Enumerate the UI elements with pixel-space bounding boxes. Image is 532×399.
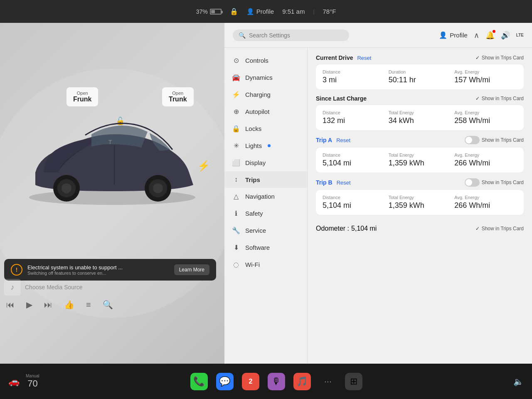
menu-item-display[interactable]: ⬜ Display xyxy=(224,154,307,171)
trip-b-section: Trip B Reset Show in Trips Card Distance… xyxy=(316,178,524,215)
lte-badge: LTE xyxy=(516,33,524,37)
slc-distance-label: Distance xyxy=(323,110,385,115)
current-drive-show-trips: ✓ Show in Trips Card xyxy=(475,55,524,61)
odometer-text: Odometer : 5,104 mi xyxy=(316,225,377,232)
slc-avg-energy: Avg. Energy 258 Wh/mi xyxy=(454,110,517,125)
audio-button[interactable]: 🔊 xyxy=(501,31,510,40)
divider: | xyxy=(313,9,314,15)
battery-indicator: 37% xyxy=(196,8,222,15)
current-drive-stats-card: Distance 3 mi Duration 50:11 hr Avg. Ene… xyxy=(316,64,524,89)
bell-button[interactable]: 🔔 xyxy=(485,31,495,40)
messages-app[interactable]: 💬 xyxy=(216,373,234,390)
trip-b-avg-energy: Avg. Energy 266 Wh/mi xyxy=(454,195,517,210)
status-bar: 37% 🔒 👤 Profile 9:51 am | 78°F xyxy=(0,0,532,23)
current-drive-avg-energy-value: 157 Wh/mi xyxy=(454,76,517,84)
frunk-button[interactable]: Open Frunk xyxy=(66,87,98,106)
current-drive-reset-button[interactable]: Reset xyxy=(357,55,371,61)
profile-button[interactable]: 👤 Profile xyxy=(439,31,468,39)
chevron-up-button[interactable]: ∧ xyxy=(474,31,479,40)
menu-item-wifi[interactable]: ◌ Wi-Fi xyxy=(224,256,307,273)
trip-b-total-energy-label: Total Energy xyxy=(389,195,451,200)
trip-a-show-trips: Show in Trips Card xyxy=(465,136,524,144)
search-media-button[interactable]: 🔍 xyxy=(103,300,113,310)
media-source: ♪ Choose Media Source xyxy=(4,279,216,296)
settings-panel: 🔍 👤 Profile ∧ 🔔 🔊 LTE xyxy=(224,23,532,364)
charging-label: Charging xyxy=(245,91,271,98)
trip-b-show-trips: Show in Trips Card xyxy=(465,178,524,187)
trip-b-title[interactable]: Trip B xyxy=(316,179,332,186)
status-temperature: 78°F xyxy=(323,8,336,15)
service-icon: 🔧 xyxy=(232,227,240,234)
menu-item-controls[interactable]: ⊙ Controls xyxy=(224,52,307,69)
trip-a-toggle[interactable] xyxy=(465,136,480,144)
charging-icon: ⚡ xyxy=(232,91,240,99)
menu-item-navigation[interactable]: △ Navigation xyxy=(224,188,307,205)
menu-item-service[interactable]: 🔧 Service xyxy=(224,222,307,239)
notification-subtitle: Switching off features to conserve en... xyxy=(27,271,169,276)
wifi-label: Wi-Fi xyxy=(245,261,260,268)
menu-item-safety[interactable]: ℹ Safety xyxy=(224,205,307,222)
trip-a-title[interactable]: Trip A xyxy=(316,137,332,143)
profile-button-label: Profile xyxy=(450,32,468,39)
menu-item-trips[interactable]: ↕ Trips xyxy=(224,171,307,188)
search-input[interactable] xyxy=(249,32,343,39)
controls-label: Controls xyxy=(245,57,268,64)
trip-a-show-label: Show in Trips Card xyxy=(482,137,524,143)
current-drive-duration-value: 50:11 hr xyxy=(389,76,451,84)
phone-app[interactable]: 📞 xyxy=(190,373,208,390)
menu-item-autopilot[interactable]: ⊕ Autopilot xyxy=(224,103,307,120)
menu-item-software[interactable]: ⬇ Software xyxy=(224,239,307,256)
since-last-charge-header: Since Last Charge ✓ Show in Trips Card xyxy=(316,95,524,102)
trip-b-distance-label: Distance xyxy=(323,195,385,200)
bell-notification-dot xyxy=(493,30,495,33)
slc-distance: Distance 132 mi xyxy=(323,110,385,125)
wifi-icon: ◌ xyxy=(232,261,240,268)
menu-item-dynamics[interactable]: 🚘 Dynamics xyxy=(224,69,307,86)
taskbar-left: 🚗 Manual 70 xyxy=(8,374,39,389)
learn-more-button[interactable]: Learn More xyxy=(174,264,209,275)
current-drive-distance-value: 3 mi xyxy=(323,76,385,84)
locks-label: Locks xyxy=(245,125,261,132)
profile-header-right: 👤 Profile ∧ 🔔 🔊 LTE xyxy=(439,31,524,40)
trip-b-reset-button[interactable]: Reset xyxy=(337,180,351,186)
trip-a-total-energy-label: Total Energy xyxy=(389,153,451,158)
trip-b-toggle[interactable] xyxy=(465,178,480,187)
equalizer-button[interactable]: ≡ xyxy=(86,300,91,310)
notification-title: Electrical system is unable to support .… xyxy=(27,264,169,271)
menu-item-lights[interactable]: ✳ Lights xyxy=(224,137,307,154)
skip-back-button[interactable]: ⏮ xyxy=(6,300,15,310)
dynamics-label: Dynamics xyxy=(245,74,273,81)
search-box[interactable]: 🔍 xyxy=(233,30,349,41)
dynamics-icon: 🚘 xyxy=(232,74,240,81)
music-app[interactable]: 🎵 xyxy=(293,373,311,390)
skip-forward-button[interactable]: ⏭ xyxy=(44,300,52,310)
slc-avg-energy-value: 258 Wh/mi xyxy=(454,116,517,125)
volume-button[interactable]: 🔈 xyxy=(513,377,524,387)
trunk-button[interactable]: Open Trunk xyxy=(162,87,194,106)
trip-b-total-energy-value: 1,359 kWh xyxy=(389,201,451,210)
grid-app[interactable]: ⊞ xyxy=(345,373,362,390)
thumbs-up-button[interactable]: 👍 xyxy=(64,300,74,310)
more-apps-button[interactable]: ··· xyxy=(319,373,337,390)
trip-a-header: Trip A Reset Show in Trips Card xyxy=(316,136,524,144)
menu-item-charging[interactable]: ⚡ Charging xyxy=(224,86,307,103)
battery-icon xyxy=(210,9,222,15)
trip-a-distance-value: 5,104 mi xyxy=(323,159,385,167)
controls-icon: ⊙ xyxy=(232,57,240,64)
notification-app[interactable]: 2 xyxy=(242,373,259,390)
autopilot-label: Autopilot xyxy=(245,108,269,115)
frunk-door-label: Frunk xyxy=(73,96,91,103)
car-icon-button[interactable]: 🚗 xyxy=(8,376,20,387)
status-profile[interactable]: 👤 Profile xyxy=(246,8,274,15)
software-icon: ⬇ xyxy=(232,244,240,251)
podcast-app[interactable]: 🎙 xyxy=(268,373,285,390)
play-button[interactable]: ▶ xyxy=(26,300,32,310)
since-last-charge-checkmark: ✓ xyxy=(475,96,480,101)
taskbar-center: 📞 💬 2 🎙 🎵 ··· ⊞ xyxy=(39,373,513,390)
trip-a-reset-button[interactable]: Reset xyxy=(336,137,350,143)
software-label: Software xyxy=(245,244,270,251)
current-drive-show-trips-label: Show in Trips Card xyxy=(482,55,524,61)
menu-item-locks[interactable]: 🔒 Locks xyxy=(224,120,307,137)
media-source-label[interactable]: Choose Media Source xyxy=(25,284,83,291)
current-drive-checkmark: ✓ xyxy=(475,55,480,61)
